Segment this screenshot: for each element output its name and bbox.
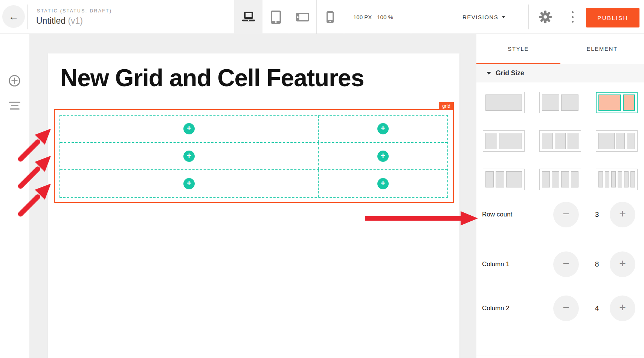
stepper-column-1: Column 1−8+ bbox=[476, 251, 644, 277]
device-desktop-button[interactable] bbox=[234, 0, 262, 34]
stepper-value: 3 bbox=[589, 202, 604, 227]
publish-button[interactable]: PUBLISH bbox=[586, 8, 639, 27]
divider bbox=[411, 0, 411, 34]
add-content-button[interactable]: + bbox=[377, 123, 389, 134]
document-page[interactable]: New Grid and Cell Features grid ++++++ bbox=[48, 53, 459, 358]
grid-cell[interactable]: + bbox=[60, 170, 318, 197]
preset-column-block bbox=[555, 133, 566, 149]
divider bbox=[528, 5, 529, 29]
grid-row: ++ bbox=[60, 169, 447, 197]
preset-column-block bbox=[485, 94, 522, 111]
preset-column-block bbox=[571, 171, 579, 187]
grid-preset-3-3-3-3[interactable] bbox=[539, 169, 581, 190]
zoom-info: 100 PX 100 % bbox=[353, 0, 393, 34]
minus-icon[interactable]: − bbox=[553, 296, 579, 321]
preset-column-block bbox=[611, 171, 616, 187]
device-tablet-button[interactable] bbox=[262, 0, 289, 34]
more-options-button[interactable] bbox=[570, 11, 575, 23]
mobile-icon bbox=[327, 11, 334, 23]
page-version: (v1) bbox=[68, 16, 83, 26]
divider bbox=[27, 5, 28, 29]
grid-preset-4-4-4[interactable] bbox=[539, 130, 581, 152]
tab-element[interactable]: ELEMENT bbox=[560, 34, 644, 64]
sidebar-tabs: STYLE ELEMENT bbox=[476, 34, 644, 64]
grid-cell[interactable]: + bbox=[318, 170, 447, 197]
zoom-percent-value: 100 % bbox=[377, 14, 393, 20]
grid-element-tag: grid bbox=[439, 102, 454, 110]
document-heading[interactable]: New Grid and Cell Features bbox=[60, 64, 364, 92]
grid-preset-4-8[interactable] bbox=[483, 130, 525, 152]
minus-icon[interactable]: − bbox=[553, 202, 579, 227]
stepper-value: 4 bbox=[589, 296, 604, 321]
preset-column-block bbox=[499, 133, 522, 149]
add-circle-icon bbox=[9, 75, 20, 87]
add-content-button[interactable]: + bbox=[183, 123, 195, 134]
style-sidebar: STYLE ELEMENT Grid Size Row count−3+Colu… bbox=[476, 34, 644, 358]
page-title: Untitled (v1) bbox=[36, 16, 83, 26]
tablet-icon bbox=[271, 11, 281, 24]
plus-icon[interactable]: + bbox=[610, 296, 635, 321]
preset-column-block bbox=[542, 133, 553, 149]
grid-cell[interactable]: + bbox=[318, 143, 447, 170]
grid-preset-3-3-6[interactable] bbox=[483, 169, 525, 190]
grid-preset-6-3-3[interactable] bbox=[596, 130, 638, 152]
device-tablet-landscape-button[interactable] bbox=[289, 0, 316, 34]
stepper-label: Row count bbox=[482, 202, 512, 227]
grid-element[interactable]: grid ++++++ bbox=[54, 109, 454, 203]
tab-style[interactable]: STYLE bbox=[476, 34, 560, 64]
plus-icon[interactable]: + bbox=[610, 251, 635, 277]
preset-column-block bbox=[485, 133, 497, 149]
add-content-button[interactable]: + bbox=[183, 151, 195, 162]
add-element-button[interactable] bbox=[9, 75, 20, 87]
preset-column-block bbox=[506, 171, 522, 187]
status-label: STATIC (STATUS: DRAFT) bbox=[37, 8, 112, 14]
grid-cell[interactable]: + bbox=[60, 143, 318, 170]
grid-size-section-header[interactable]: Grid Size bbox=[476, 64, 644, 82]
collapse-triangle-icon bbox=[487, 72, 491, 75]
back-button[interactable]: ← bbox=[2, 5, 25, 28]
revisions-dropdown[interactable]: REVISIONS bbox=[462, 0, 505, 34]
gear-icon bbox=[539, 11, 552, 23]
grid-inner: ++++++ bbox=[60, 115, 448, 198]
preset-column-block bbox=[485, 171, 494, 187]
add-content-button[interactable]: + bbox=[377, 151, 389, 162]
grid-size-presets bbox=[483, 92, 638, 190]
plus-icon[interactable]: + bbox=[610, 202, 635, 227]
preset-column-block bbox=[568, 133, 578, 149]
section-title: Grid Size bbox=[496, 69, 524, 77]
grid-cell[interactable]: + bbox=[60, 116, 318, 142]
preset-column-block bbox=[598, 171, 603, 187]
preset-column-block bbox=[627, 133, 635, 149]
preset-column-block bbox=[624, 171, 629, 187]
device-mobile-button[interactable] bbox=[316, 0, 344, 34]
page-title-text: Untitled bbox=[36, 16, 66, 26]
preset-column-block bbox=[630, 171, 635, 187]
preset-column-block bbox=[617, 133, 625, 149]
grid-preset-8-4[interactable] bbox=[596, 92, 638, 113]
add-content-button[interactable]: + bbox=[183, 178, 195, 189]
caret-down-icon bbox=[502, 16, 505, 18]
grid-preset-12[interactable] bbox=[483, 92, 525, 113]
revisions-label: REVISIONS bbox=[462, 14, 498, 20]
settings-button[interactable] bbox=[539, 11, 552, 23]
preset-column-block bbox=[623, 94, 635, 111]
stepper-label: Column 1 bbox=[482, 251, 510, 277]
top-bar: ← STATIC (STATUS: DRAFT) Untitled (v1) bbox=[0, 0, 644, 34]
minus-icon[interactable]: − bbox=[553, 251, 579, 277]
preset-column-block bbox=[598, 133, 615, 149]
list-lines-icon bbox=[9, 102, 20, 103]
preset-column-block bbox=[542, 94, 559, 111]
left-toolbar bbox=[0, 34, 29, 358]
grid-cell[interactable]: + bbox=[318, 116, 447, 142]
divider bbox=[476, 355, 644, 355]
divider bbox=[344, 0, 344, 34]
preset-column-block bbox=[561, 94, 578, 111]
preset-column-block bbox=[552, 171, 560, 187]
elements-list-button[interactable] bbox=[9, 102, 20, 110]
grid-preset-6-6[interactable] bbox=[539, 92, 581, 113]
laptop-icon bbox=[240, 11, 258, 23]
zoom-px-value: 100 PX bbox=[353, 14, 372, 20]
add-content-button[interactable]: + bbox=[377, 178, 389, 189]
back-arrow-icon: ← bbox=[9, 11, 19, 23]
grid-preset-2x6[interactable] bbox=[596, 169, 638, 190]
